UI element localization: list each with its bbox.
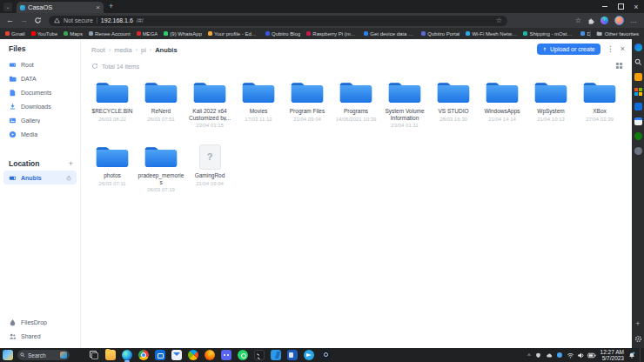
copilot-icon[interactable] (600, 17, 608, 24)
task-view-icon[interactable] (89, 350, 99, 360)
microsoft-365-icon[interactable] (634, 88, 642, 96)
bookmark-item[interactable]: (9) WhatsApp (164, 31, 202, 37)
microsoft-store-icon[interactable] (155, 350, 165, 360)
chrome-icon[interactable] (138, 350, 149, 360)
file-tile[interactable]: pradeep_memories 06/03 07:19 (137, 140, 185, 204)
browser-menu-icon[interactable]: … (630, 17, 637, 24)
games-icon[interactable] (634, 132, 642, 140)
file-tile[interactable]: ? GamingRod 21/04 09:04 (185, 140, 234, 204)
app-menu-icon[interactable]: ⋮ (607, 45, 614, 53)
file-tile[interactable]: Program Files 21/04 09:04 (283, 76, 332, 140)
firefox-icon[interactable] (205, 350, 215, 360)
file-tile[interactable]: WpSystem 21/04 10:13 (527, 76, 575, 140)
upload-or-create-button[interactable]: Upload or create (537, 44, 600, 55)
profile-avatar[interactable] (614, 16, 624, 25)
address-bar[interactable]: Not secure 192.168.1.6 /#/ ☆ (49, 16, 507, 26)
bookmark-item[interactable]: Your profile - Edga... (208, 31, 259, 37)
bookmark-item[interactable]: Detailed Tracking (580, 31, 589, 37)
photos-icon[interactable] (188, 350, 198, 360)
bookmark-item[interactable]: MEGA (137, 31, 158, 37)
refresh-button[interactable] (34, 17, 42, 24)
file-tile[interactable]: System Volume Information 23/04 01:11 (380, 76, 429, 140)
bookmark-star-icon[interactable]: ☆ (496, 17, 502, 24)
edge-browser-icon[interactable] (122, 350, 132, 360)
bookmark-item[interactable]: Raspberry Pi (masta... (306, 31, 358, 37)
vscode-icon[interactable] (271, 350, 281, 360)
discord-icon[interactable] (221, 350, 231, 360)
sidebar-item-documents[interactable]: Documents (3, 85, 77, 99)
back-button[interactable]: ← (6, 17, 14, 24)
bookmark-item[interactable]: Wi-Fi Mesh Networ... (466, 31, 517, 37)
show-desktop-button[interactable] (640, 348, 642, 362)
widgets-icon[interactable] (3, 350, 13, 360)
taskbar-search[interactable]: Search (17, 350, 70, 360)
file-tile[interactable]: $RECYCLE.BIN 26/03 08:22 (88, 76, 137, 140)
onedrive-cloud-icon[interactable] (546, 352, 553, 359)
tray-app-icon[interactable] (557, 352, 562, 358)
new-tab-button[interactable]: + (109, 3, 113, 10)
bookmark-item[interactable]: Maps (64, 31, 83, 37)
tools-icon[interactable] (634, 147, 642, 155)
favorites-icon[interactable]: ☆ (575, 17, 581, 24)
quick-settings[interactable] (567, 352, 596, 359)
hidden-icons-chevron[interactable]: ^ (527, 352, 530, 359)
bookmark-item[interactable]: Qubitro Portal (421, 31, 460, 37)
sidebar-item-data[interactable]: DATA (3, 71, 77, 85)
bookmark-item[interactable]: Gmail (5, 31, 25, 37)
notifications-bell-icon[interactable] (628, 352, 635, 359)
bookmark-item[interactable]: Qubitro Blog (265, 31, 300, 37)
other-favorites[interactable]: Other favorites (590, 30, 639, 37)
bookmark-item[interactable]: YouTube (31, 31, 58, 37)
bookmark-item[interactable]: Get device data by... (364, 31, 415, 37)
close-window-button[interactable]: × (628, 0, 644, 13)
settings-gear-icon[interactable] (634, 335, 642, 343)
file-explorer-icon[interactable] (105, 350, 116, 360)
telegram-icon[interactable] (304, 350, 314, 360)
bookmark-item[interactable]: Renee Account (89, 31, 131, 37)
shopping-icon[interactable] (634, 73, 642, 81)
breadcrumb-root[interactable]: Root (91, 46, 105, 54)
breadcrumb-pi[interactable]: pi (141, 46, 146, 54)
maximize-button[interactable] (613, 0, 628, 13)
file-tile[interactable]: photos 26/03 07:11 (88, 140, 137, 204)
file-tile[interactable]: XBox 27/04 02:39 (575, 76, 624, 140)
mail-icon[interactable] (171, 350, 182, 360)
sync-icon[interactable] (91, 63, 98, 70)
forward-button[interactable]: → (20, 17, 28, 24)
file-tile[interactable]: VS STUDIO 28/03 16:30 (429, 76, 478, 140)
minimize-button[interactable] (597, 0, 613, 13)
tab-close-icon[interactable]: × (96, 4, 100, 11)
whatsapp-icon[interactable] (238, 350, 248, 360)
add-sidebar-app-icon[interactable]: + (635, 320, 640, 328)
browser-tab[interactable]: CasaOS × (17, 2, 104, 13)
file-tile[interactable]: Programs 14/06/2021 10:39 (332, 76, 380, 140)
file-tile[interactable]: Kali 2022 x64 Customized by... 23/04 01:… (185, 76, 234, 140)
taskbar-clock[interactable]: 12:27 AM 5/7/2023 (600, 349, 624, 361)
outlook-icon[interactable] (634, 103, 642, 111)
filesdrop-item[interactable]: FilesDrop (3, 315, 77, 329)
terminal-icon[interactable] (254, 350, 265, 360)
breadcrumb-media[interactable]: media (114, 46, 131, 54)
browser-toolbar: ← → Not secure 192.168.1.6 /#/ ☆ ☆ … (0, 13, 644, 28)
steam-icon[interactable] (320, 350, 331, 360)
extensions-puzzle-icon[interactable] (587, 17, 594, 24)
word-icon[interactable] (287, 350, 298, 360)
bookmark-item[interactable]: Shipping - mOstacki... (523, 31, 574, 37)
calendar-icon[interactable] (634, 117, 642, 125)
tab-actions-icon[interactable]: ⌄ (3, 3, 12, 11)
search-icon[interactable] (634, 58, 642, 66)
file-tile[interactable]: Movies 17/03 11:12 (234, 76, 283, 140)
file-tile[interactable]: ReNerd 26/03 07:51 (137, 76, 185, 140)
sidebar-item-gallery[interactable]: Gallery (3, 113, 77, 127)
security-shield-icon[interactable] (535, 352, 541, 359)
sidebar-item-media[interactable]: Media (3, 127, 77, 141)
sidebar-item-downloads[interactable]: Downloads (3, 99, 77, 113)
file-tile[interactable]: WindowsApps 21/04 14:14 (478, 76, 527, 140)
app-close-icon[interactable]: × (621, 45, 625, 53)
add-location-button[interactable]: + (69, 160, 73, 168)
shared-item[interactable]: Shared (3, 329, 77, 343)
grid-view-toggle-icon[interactable] (615, 62, 623, 70)
bing-chat-icon[interactable] (634, 44, 642, 51)
location-item-anubis[interactable]: Anubis (3, 171, 77, 184)
sidebar-item-root[interactable]: Root (3, 57, 77, 71)
